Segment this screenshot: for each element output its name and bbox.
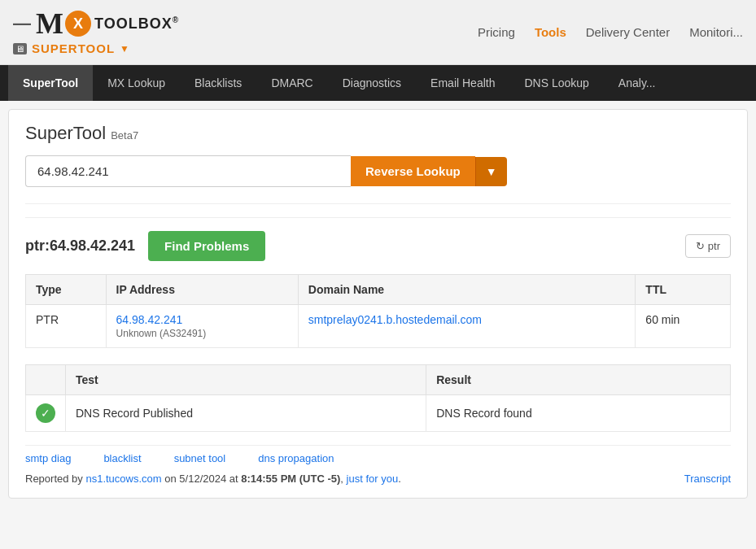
- beta-badge: Beta7: [111, 129, 138, 142]
- footer-smtp-diag[interactable]: smtp diag: [25, 452, 71, 464]
- col-ip: IP Address: [106, 275, 298, 305]
- footer-links: smtp diag blacklist subnet tool dns prop…: [25, 445, 731, 469]
- tab-supertool[interactable]: SuperTool: [8, 65, 93, 101]
- nav-monitoring[interactable]: Monitori...: [689, 25, 743, 39]
- col-type: Type: [26, 275, 107, 305]
- domain-link[interactable]: smtprelay0241.b.hostedemail.com: [308, 313, 482, 326]
- nav-pricing[interactable]: Pricing: [478, 25, 515, 39]
- col-result: Result: [426, 365, 731, 395]
- cell-type: PTR: [26, 305, 107, 348]
- test-row: ✓ DNS Record Published DNS Record found: [26, 395, 731, 432]
- main-nav: Pricing Tools Delivery Center Monitori..…: [478, 25, 743, 39]
- find-problems-button[interactable]: Find Problems: [148, 231, 265, 261]
- ptr-label: ptr:64.98.42.241: [25, 237, 135, 255]
- footer-blacklist[interactable]: blacklist: [103, 452, 141, 464]
- main-content: SuperTool Beta7 Reverse Lookup ▼ ptr:64.…: [8, 109, 748, 499]
- col-domain: Domain Name: [298, 275, 636, 305]
- dash-icon: —: [13, 13, 31, 34]
- ptr-header: ptr:64.98.42.241 Find Problems ↻ ptr: [25, 231, 731, 261]
- tab-mx-lookup[interactable]: MX Lookup: [93, 65, 180, 101]
- report-text: Reported by ns1.tucows.com on 5/12/2024 …: [25, 473, 401, 485]
- just-for-you-link[interactable]: just for you: [347, 473, 399, 485]
- nav-delivery-center[interactable]: Delivery Center: [586, 25, 670, 39]
- transcript-link[interactable]: Transcript: [684, 473, 731, 485]
- nav-tools[interactable]: Tools: [535, 25, 566, 39]
- page-title: SuperTool: [25, 123, 106, 143]
- supertool-text: SUPERTOOL: [32, 41, 115, 55]
- pass-icon: ✓: [36, 403, 55, 423]
- tab-analysis[interactable]: Analy...: [604, 65, 671, 101]
- ip-sub: Unknown (AS32491): [116, 328, 207, 339]
- reverse-lookup-dropdown[interactable]: ▼: [475, 157, 507, 186]
- refresh-icon: ↻: [696, 240, 705, 252]
- ptr-refresh-label: ptr: [708, 240, 720, 252]
- logo-m-letter: M: [36, 9, 63, 38]
- report-time: 8:14:55 PM (UTC -5): [241, 473, 340, 485]
- ptr-refresh-button[interactable]: ↻ ptr: [685, 234, 731, 258]
- cell-ip: 64.98.42.241 Unknown (AS32491): [106, 305, 298, 348]
- col-status-icon: [26, 365, 66, 395]
- supertool-icon: 🖥: [13, 43, 27, 54]
- tab-diagnostics[interactable]: Diagnostics: [328, 65, 416, 101]
- test-status-cell: ✓: [26, 395, 66, 432]
- test-result-cell: DNS Record found: [426, 395, 731, 432]
- tab-blacklists[interactable]: Blacklists: [180, 65, 256, 101]
- tab-dns-lookup[interactable]: DNS Lookup: [509, 65, 603, 101]
- footer-dns-propagation[interactable]: dns propagation: [258, 452, 334, 464]
- logo-area: — M X TOOLBOX® 🖥 SUPERTOOL ▼: [13, 9, 179, 55]
- supertool-dropdown-arrow[interactable]: ▼: [120, 43, 129, 54]
- logo-toolbox-text: TOOLBOX®: [94, 15, 179, 33]
- report-line: Reported by ns1.tucows.com on 5/12/2024 …: [25, 469, 731, 485]
- page-title-area: SuperTool Beta7: [25, 123, 731, 144]
- cell-ttl: 60 min: [636, 305, 731, 348]
- reporter-link[interactable]: ns1.tucows.com: [85, 473, 161, 485]
- logo-x-circle: X: [65, 11, 91, 37]
- header: — M X TOOLBOX® 🖥 SUPERTOOL ▼ Pricing Too…: [0, 0, 756, 65]
- supertool-label-area: 🖥 SUPERTOOL ▼: [13, 41, 129, 55]
- ip-link[interactable]: 64.98.42.241: [116, 313, 183, 326]
- col-test: Test: [66, 365, 426, 395]
- tab-email-health[interactable]: Email Health: [416, 65, 509, 101]
- footer-subnet-tool[interactable]: subnet tool: [174, 452, 226, 464]
- reverse-lookup-button[interactable]: Reverse Lookup: [351, 156, 475, 186]
- table-row: PTR 64.98.42.241 Unknown (AS32491) smtpr…: [26, 305, 731, 348]
- logo-image: — M X TOOLBOX®: [13, 9, 179, 38]
- col-ttl: TTL: [636, 275, 731, 305]
- divider: [25, 203, 731, 204]
- test-name-cell: DNS Record Published: [66, 395, 426, 432]
- test-table: Test Result ✓ DNS Record Published DNS R…: [25, 364, 731, 432]
- results-table: Type IP Address Domain Name TTL PTR 64.9…: [25, 274, 731, 348]
- ptr-section: ptr:64.98.42.241 Find Problems ↻ ptr Typ…: [25, 217, 731, 485]
- cell-domain: smtprelay0241.b.hostedemail.com: [298, 305, 636, 348]
- search-bar: Reverse Lookup ▼: [25, 155, 731, 187]
- tab-bar: SuperTool MX Lookup Blacklists DMARC Dia…: [0, 65, 756, 101]
- tab-dmarc[interactable]: DMARC: [256, 65, 327, 101]
- search-input[interactable]: [25, 155, 351, 187]
